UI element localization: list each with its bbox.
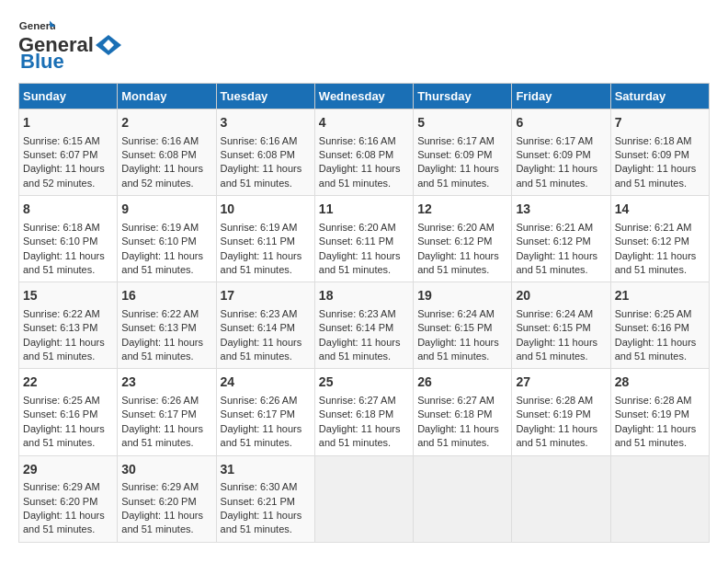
daylight-mins: and 51 minutes. [516, 178, 587, 189]
day-number: 1 [23, 114, 113, 132]
sunrise: Sunrise: 6:24 AM [417, 308, 495, 319]
daylight: Daylight: 11 hours [121, 337, 203, 348]
calendar-cell: 24Sunrise: 6:26 AMSunset: 6:17 PMDayligh… [216, 369, 314, 455]
weekday-header-tuesday: Tuesday [216, 84, 314, 109]
sunrise: Sunrise: 6:23 AM [319, 308, 396, 319]
sunrise: Sunrise: 6:25 AM [23, 395, 100, 406]
calendar-cell: 3Sunrise: 6:16 AMSunset: 6:08 PMDaylight… [216, 109, 314, 196]
weekday-header-monday: Monday [118, 84, 216, 109]
calendar-cell: 28Sunrise: 6:28 AMSunset: 6:19 PMDayligh… [610, 369, 709, 455]
weekday-header-sunday: Sunday [19, 84, 118, 109]
sunrise: Sunrise: 6:19 AM [121, 222, 199, 233]
day-number: 26 [417, 373, 507, 392]
daylight: Daylight: 11 hours [516, 163, 597, 174]
daylight: Daylight: 11 hours [221, 423, 302, 434]
sunrise: Sunrise: 6:27 AM [417, 395, 495, 406]
sunrise: Sunrise: 6:27 AM [319, 395, 396, 406]
weekday-header-saturday: Saturday [610, 84, 709, 109]
daylight: Daylight: 11 hours [516, 337, 597, 348]
sunrise: Sunrise: 6:29 AM [23, 481, 100, 492]
daylight-mins: and 51 minutes. [417, 178, 489, 189]
sunset: Sunset: 6:09 PM [615, 149, 689, 160]
sunset: Sunset: 6:12 PM [417, 236, 492, 247]
sunset: Sunset: 6:14 PM [319, 322, 393, 333]
sunset: Sunset: 6:12 PM [516, 236, 590, 247]
sunrise: Sunrise: 6:16 AM [221, 135, 298, 146]
daylight-mins: and 51 minutes. [615, 178, 687, 189]
daylight: Daylight: 11 hours [221, 510, 302, 521]
calendar-cell [314, 455, 413, 542]
calendar-cell: 31Sunrise: 6:30 AMSunset: 6:21 PMDayligh… [216, 455, 314, 542]
calendar-cell: 12Sunrise: 6:20 AMSunset: 6:12 PMDayligh… [414, 196, 512, 282]
daylight-mins: and 51 minutes. [221, 437, 292, 448]
daylight-mins: and 51 minutes. [121, 350, 193, 362]
sunrise: Sunrise: 6:18 AM [23, 222, 100, 233]
sunset: Sunset: 6:21 PM [221, 496, 295, 507]
sunset: Sunset: 6:11 PM [319, 236, 393, 247]
calendar-cell: 26Sunrise: 6:27 AMSunset: 6:18 PMDayligh… [414, 369, 512, 455]
logo: General General Blue [18, 18, 121, 74]
daylight: Daylight: 11 hours [516, 423, 597, 434]
weekday-header-thursday: Thursday [414, 84, 512, 109]
sunset: Sunset: 6:15 PM [516, 322, 590, 333]
daylight: Daylight: 11 hours [121, 163, 203, 174]
calendar-cell: 21Sunrise: 6:25 AMSunset: 6:16 PMDayligh… [610, 282, 709, 369]
daylight-mins: and 51 minutes. [319, 437, 391, 448]
day-number: 8 [23, 201, 113, 219]
sunset: Sunset: 6:08 PM [319, 149, 393, 160]
daylight-mins: and 51 minutes. [221, 264, 292, 275]
daylight-mins: and 51 minutes. [121, 523, 193, 534]
daylight-mins: and 51 minutes. [417, 437, 489, 448]
daylight: Daylight: 11 hours [319, 337, 401, 348]
sunrise: Sunrise: 6:29 AM [121, 481, 199, 492]
daylight-mins: and 51 minutes. [417, 264, 489, 275]
day-number: 25 [319, 373, 409, 392]
calendar-cell: 9Sunrise: 6:19 AMSunset: 6:10 PMDaylight… [118, 196, 216, 282]
daylight-mins: and 51 minutes. [23, 437, 95, 448]
day-number: 20 [516, 287, 606, 305]
day-number: 29 [23, 461, 113, 479]
sunrise: Sunrise: 6:30 AM [221, 481, 298, 492]
daylight: Daylight: 11 hours [121, 510, 203, 521]
sunset: Sunset: 6:17 PM [121, 408, 196, 419]
sunset: Sunset: 6:16 PM [615, 322, 689, 333]
daylight: Daylight: 11 hours [417, 250, 499, 261]
day-number: 28 [615, 373, 705, 392]
calendar-cell: 23Sunrise: 6:26 AMSunset: 6:17 PMDayligh… [118, 369, 216, 455]
sunrise: Sunrise: 6:16 AM [319, 135, 396, 146]
daylight-mins: and 52 minutes. [121, 178, 193, 189]
daylight: Daylight: 11 hours [221, 250, 302, 261]
page-header: General General Blue [18, 18, 710, 74]
daylight: Daylight: 11 hours [319, 423, 401, 434]
sunrise: Sunrise: 6:15 AM [23, 135, 100, 146]
daylight-mins: and 51 minutes. [319, 350, 391, 362]
day-number: 9 [121, 201, 211, 219]
day-number: 11 [319, 201, 409, 219]
sunset: Sunset: 6:15 PM [417, 322, 492, 333]
daylight: Daylight: 11 hours [516, 250, 597, 261]
sunset: Sunset: 6:07 PM [23, 149, 97, 160]
svg-text:General: General [19, 20, 55, 31]
daylight: Daylight: 11 hours [23, 250, 105, 261]
calendar-cell: 30Sunrise: 6:29 AMSunset: 6:20 PMDayligh… [118, 455, 216, 542]
daylight-mins: and 51 minutes. [319, 264, 391, 275]
day-number: 18 [319, 287, 409, 305]
sunset: Sunset: 6:08 PM [121, 149, 196, 160]
day-number: 7 [615, 114, 705, 132]
daylight-mins: and 51 minutes. [121, 437, 193, 448]
sunrise: Sunrise: 6:20 AM [319, 222, 396, 233]
daylight: Daylight: 11 hours [221, 163, 302, 174]
sunrise: Sunrise: 6:28 AM [516, 395, 593, 406]
calendar-cell: 15Sunrise: 6:22 AMSunset: 6:13 PMDayligh… [19, 282, 118, 369]
calendar-cell: 2Sunrise: 6:16 AMSunset: 6:08 PMDaylight… [118, 109, 216, 196]
calendar-cell: 8Sunrise: 6:18 AMSunset: 6:10 PMDaylight… [19, 196, 118, 282]
calendar-cell: 25Sunrise: 6:27 AMSunset: 6:18 PMDayligh… [314, 369, 413, 455]
sunrise: Sunrise: 6:25 AM [615, 308, 692, 319]
sunset: Sunset: 6:13 PM [23, 322, 97, 333]
daylight: Daylight: 11 hours [23, 337, 105, 348]
calendar-table: SundayMondayTuesdayWednesdayThursdayFrid… [18, 83, 710, 543]
day-number: 15 [23, 287, 113, 305]
sunset: Sunset: 6:08 PM [221, 149, 295, 160]
day-number: 31 [221, 461, 311, 479]
daylight: Daylight: 11 hours [319, 250, 401, 261]
